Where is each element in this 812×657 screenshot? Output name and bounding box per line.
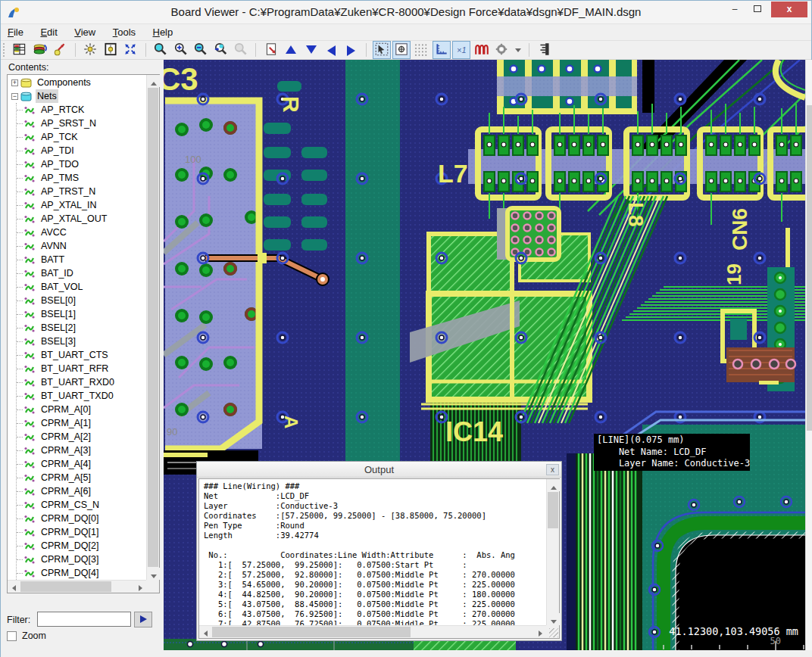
net-list-item[interactable]: BSEL[0] [17,294,146,307]
tree-horizontal-scrollbar[interactable] [8,580,146,593]
expand-icon[interactable]: + [11,79,18,86]
net-list-item[interactable]: CPRM_A[1] [17,416,146,430]
canvas-vertical-scrollbar[interactable] [805,60,812,650]
net-list-item[interactable]: AP_XTAL_IN [17,198,146,212]
redraw-view-button[interactable] [263,42,280,58]
output-text[interactable]: ### Line(Wiring) ###Net :LCD_DFLayer :Co… [200,480,546,625]
net-name[interactable]: CPRM_DQ[1] [39,525,100,539]
scrollbar-thumb[interactable] [212,627,411,637]
net-name[interactable]: BT_UART_RXD0 [39,375,116,389]
settings-gear-button[interactable] [493,42,510,58]
net-name[interactable]: CPRM_A[6] [39,484,92,498]
net-name[interactable]: CPRM_CS_N [39,498,101,512]
net-name[interactable]: AP_RTCK [39,103,86,117]
net-list-item[interactable]: BSEL[3] [17,335,146,348]
scroll-right-button[interactable] [534,626,546,638]
net-name[interactable]: BSEL[3] [39,335,77,348]
scroll-left-button[interactable] [199,626,211,638]
tree-node-components[interactable]: + Components [8,76,146,89]
net-list-item[interactable]: AP_RTCK [17,103,146,117]
scroll-down-button[interactable] [147,568,160,580]
net-name[interactable]: BT_UART_TXD0 [39,389,115,403]
net-name[interactable]: CPRM_DQ[0] [39,512,100,525]
net-name[interactable]: AVCC [39,226,68,239]
net-list-item[interactable]: CPRM_A[0] [17,403,146,416]
measure-ruler-button[interactable] [433,42,450,58]
collapse-icon[interactable]: − [11,93,18,100]
net-name[interactable]: CPRM_A[0] [39,403,92,416]
output-horizontal-scrollbar[interactable] [199,625,546,638]
net-name[interactable]: CPRM_DQ[3] [39,553,100,566]
tree-node-nets[interactable]: − Nets [8,89,146,103]
net-name[interactable]: BT_UART_CTS [39,348,110,362]
tree-vertical-scrollbar[interactable] [146,75,159,580]
net-name[interactable]: AP_XTAL_IN [39,198,98,212]
frame-display-button[interactable] [102,42,119,58]
zoom-pan-button[interactable] [233,42,249,58]
net-list-item[interactable]: BT_UART_TXD0 [17,389,146,403]
scrollbar-thumb[interactable] [807,105,812,431]
filter-apply-button[interactable] [134,612,152,627]
cross-section-button[interactable] [536,42,553,58]
scale-x1-button[interactable]: ×1 [453,42,470,58]
menu-file[interactable]: File [1,24,30,40]
net-name[interactable]: AP_XTAL_OUT [39,212,108,226]
maximize-button[interactable] [746,2,769,17]
menu-tools[interactable]: Tools [106,24,142,40]
zoom-out-button[interactable] [192,42,209,58]
pan-up-button[interactable] [283,42,299,58]
net-name[interactable]: CPRM_DQ[2] [39,539,100,553]
net-list-item[interactable]: CPRM_CS_N [17,498,146,512]
pan-down-button[interactable] [303,42,320,58]
select-frame-button[interactable] [393,42,410,58]
resize-grip[interactable] [549,628,558,637]
net-list-item[interactable]: CPRM_A[6] [17,484,146,498]
net-name[interactable]: AP_TDI [39,144,76,157]
title-bar[interactable]: Board Viewer - C:¥ProgramData¥Zuken¥CR-8… [1,1,811,23]
net-list-item[interactable]: BATT [17,253,146,266]
net-name[interactable]: BAT_ID [39,266,75,280]
net-name[interactable]: BSEL[0] [39,294,77,307]
net-list-item[interactable]: CPRM_DQ[0] [17,512,146,525]
minimize-button[interactable]: – [723,2,746,17]
net-list-item[interactable]: AP_TMS [17,171,146,185]
layer-settings-button[interactable] [11,42,28,58]
tree-view[interactable]: + Components − Nets AP_RTCK [8,76,146,580]
scrollbar-thumb[interactable] [20,581,111,592]
select-object-button[interactable] [373,42,390,58]
net-name[interactable]: BAT_VOL [39,280,84,294]
nets-label[interactable]: Nets [36,89,58,103]
net-name[interactable]: AP_SRST_N [39,117,98,130]
fit-board-button[interactable] [122,42,139,58]
net-list-item[interactable]: AP_XTAL_OUT [17,212,146,226]
net-name[interactable]: AP_TRST_N [39,185,97,198]
zoom-select-button[interactable] [152,42,169,58]
close-button[interactable]: x [771,2,807,17]
net-list-item[interactable]: AP_TRST_N [17,185,146,198]
zoom-in-button[interactable] [173,42,189,58]
net-list-item[interactable]: CPRM_A[2] [17,430,146,444]
net-name[interactable]: BSEL[2] [39,321,77,335]
net-name[interactable]: CPRM_A[3] [39,444,92,457]
net-name[interactable]: AP_TDO [39,157,80,171]
scroll-up-button[interactable] [547,479,560,491]
net-list-item[interactable]: AP_TCK [17,130,146,144]
net-list-item[interactable]: CPRM_A[4] [17,457,146,471]
net-name[interactable]: BT_UART_RFR [39,362,110,375]
net-name[interactable]: AP_TMS [39,171,80,185]
output-close-button[interactable]: x [546,464,559,475]
net-list-item[interactable]: BSEL[2] [17,321,146,335]
menu-view[interactable]: View [67,24,102,40]
component-list-button[interactable] [32,42,48,58]
output-vertical-scrollbar[interactable] [546,479,559,625]
scrollbar-thumb[interactable] [548,492,558,528]
net-list-item[interactable]: CPRM_A[3] [17,444,146,457]
net-name[interactable]: CPRM_A[1] [39,416,92,430]
net-list-item[interactable]: CPRM_A[5] [17,471,146,484]
net-name[interactable]: CPRM_DQ[4] [39,566,100,580]
output-title-bar[interactable]: Output x [197,462,561,478]
highlight-button[interactable] [82,42,98,58]
net-name[interactable]: AVNN [39,239,68,253]
net-name[interactable]: AP_TCK [39,130,80,144]
net-name[interactable]: BATT [39,253,66,266]
